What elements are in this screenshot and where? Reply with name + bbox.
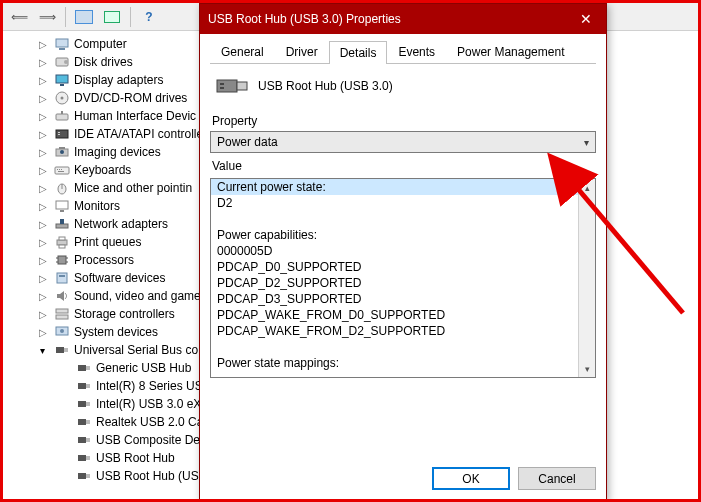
svg-rect-60 [220,87,224,89]
svg-rect-46 [86,384,90,388]
tree-item-label: Intel(R) USB 3.0 eXte [96,397,211,411]
expand-icon[interactable]: ▷ [37,129,48,140]
svg-rect-38 [56,315,68,319]
no-expand [59,435,70,446]
svg-rect-12 [58,134,60,135]
expand-icon[interactable]: ▷ [37,183,48,194]
svg-rect-41 [56,347,64,353]
svg-rect-42 [64,348,68,352]
network-icon [54,216,70,232]
tree-item-label: Print queues [74,235,141,249]
svg-rect-17 [57,169,58,170]
property-dropdown[interactable]: Power data ▾ [210,131,596,153]
value-row[interactable] [211,339,578,355]
show-all-button[interactable] [72,6,96,28]
value-row[interactable]: PDCAP_WAKE_FROM_D2_SUPPORTED [211,323,578,339]
svg-rect-25 [56,224,68,228]
cpu-icon [54,252,70,268]
value-row[interactable]: Power capabilities: [211,227,578,243]
properties-dialog: USB Root Hub (USB 3.0) Properties ✕ Gene… [199,3,607,501]
expand-icon[interactable]: ▷ [37,219,48,230]
no-expand [59,381,70,392]
usb-icon [76,396,92,412]
tree-item-label: Intel(R) 8 Series USB [96,379,211,393]
value-list: Current power state:D2Power capabilities… [211,179,578,377]
expand-icon[interactable]: ▷ [37,327,48,338]
expand-icon[interactable]: ▷ [37,39,48,50]
value-row[interactable]: 0000005D [211,243,578,259]
expand-icon[interactable]: ▷ [37,75,48,86]
view-button[interactable] [100,6,124,28]
tree-item-label: Human Interface Devic [74,109,196,123]
expand-icon[interactable]: ▷ [37,93,48,104]
tab-events[interactable]: Events [387,40,446,63]
value-row[interactable]: Power state mappings: [211,355,578,371]
value-row[interactable]: Current power state: [211,179,578,195]
nav-forward-button[interactable]: ⟹ [35,6,59,28]
svg-rect-24 [60,210,64,212]
tree-item-label: Imaging devices [74,145,161,159]
expand-icon[interactable]: ▷ [37,273,48,284]
value-row[interactable]: PDCAP_D3_SUPPORTED [211,291,578,307]
dialog-body: GeneralDriverDetailsEventsPower Manageme… [200,34,606,500]
expand-icon[interactable]: ▷ [37,147,48,158]
svg-rect-52 [86,438,90,442]
svg-point-3 [64,60,68,64]
tab-general[interactable]: General [210,40,275,63]
expand-icon[interactable]: ▷ [37,237,48,248]
expand-icon[interactable]: ▷ [37,201,48,212]
tab-power-management[interactable]: Power Management [446,40,575,63]
expand-icon[interactable]: ▷ [37,111,48,122]
svg-rect-57 [217,80,237,92]
tree-item-label: Software devices [74,271,165,285]
svg-rect-59 [220,83,224,85]
value-row[interactable]: D2 [211,195,578,211]
value-label: Value [212,159,596,173]
value-row[interactable]: PDCAP_D0_SUPPORTED [211,259,578,275]
svg-rect-11 [58,132,60,133]
scroll-down-button[interactable]: ▾ [579,360,595,377]
tree-item-label: Disk drives [74,55,133,69]
scrollbar[interactable]: ▴ ▾ [578,179,595,377]
ok-button[interactable]: OK [432,467,510,490]
no-expand [59,453,70,464]
nav-back-button[interactable]: ⟸ [7,6,31,28]
expand-icon[interactable]: ▷ [37,291,48,302]
collapse-icon[interactable]: ▾ [37,345,48,356]
usb-icon [76,414,92,430]
svg-rect-29 [59,245,65,248]
tree-item-label: Mice and other pointin [74,181,192,195]
svg-rect-50 [86,420,90,424]
svg-rect-30 [58,256,66,264]
mouse-icon [54,180,70,196]
tree-item-label: Computer [74,37,127,51]
no-expand [59,417,70,428]
value-listbox[interactable]: Current power state:D2Power capabilities… [210,178,596,378]
svg-rect-48 [86,402,90,406]
expand-icon[interactable]: ▷ [37,255,48,266]
scroll-up-button[interactable]: ▴ [579,179,595,196]
no-expand [59,471,70,482]
svg-rect-53 [78,455,86,461]
expand-icon[interactable]: ▷ [37,165,48,176]
tab-driver[interactable]: Driver [275,40,329,63]
close-button[interactable]: ✕ [566,4,606,34]
tree-item-label: System devices [74,325,158,339]
expand-icon[interactable]: ▷ [37,309,48,320]
value-row[interactable]: PDCAP_WAKE_FROM_D0_SUPPORTED [211,307,578,323]
svg-rect-1 [59,48,65,50]
dialog-titlebar[interactable]: USB Root Hub (USB 3.0) Properties ✕ [200,4,606,34]
value-row[interactable]: PDCAP_D2_SUPPORTED [211,275,578,291]
tab-details[interactable]: Details [329,41,388,64]
scroll-track[interactable] [579,196,595,360]
svg-rect-45 [78,383,86,389]
no-expand [59,399,70,410]
cancel-button[interactable]: Cancel [518,467,596,490]
help-button[interactable]: ? [137,6,161,28]
svg-rect-15 [59,147,65,149]
tree-item-label: Sound, video and game [74,289,201,303]
usb-icon [76,468,92,484]
value-row[interactable] [211,211,578,227]
expand-icon[interactable]: ▷ [37,57,48,68]
svg-rect-28 [59,237,65,240]
